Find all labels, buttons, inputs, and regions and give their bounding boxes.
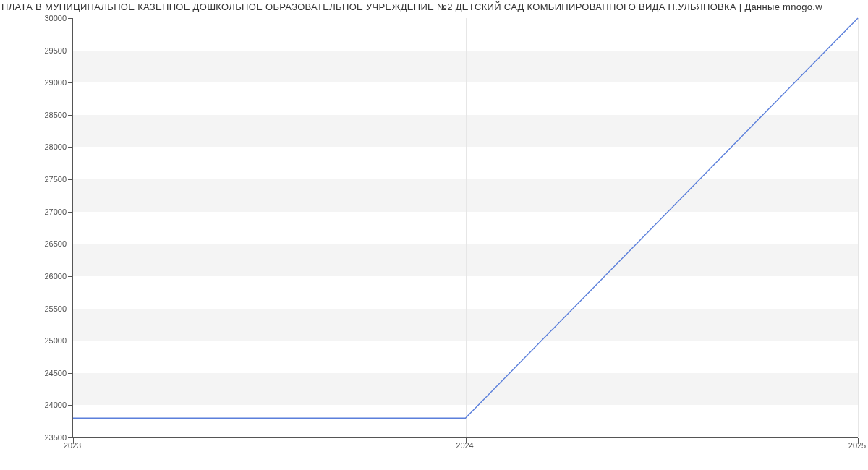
y-tick [68, 82, 72, 83]
x-gridline [858, 18, 859, 437]
y-tick [68, 276, 72, 277]
chart-title: ПЛАТА В МУНИЦИПАЛЬНОЕ КАЗЕННОЕ ДОШКОЛЬНО… [0, 1, 868, 12]
y-tick [68, 18, 72, 19]
chart-container: ПЛАТА В МУНИЦИПАЛЬНОЕ КАЗЕННОЕ ДОШКОЛЬНО… [0, 0, 868, 470]
y-tick [68, 309, 72, 309]
y-tick-label: 29000 [9, 78, 67, 87]
y-tick-label: 26000 [9, 272, 67, 281]
y-tick [68, 147, 72, 148]
y-tick-label: 25500 [9, 304, 67, 313]
line-series [73, 18, 858, 437]
y-tick-label: 28500 [9, 111, 67, 119]
y-tick [68, 341, 72, 341]
data-line [73, 18, 858, 418]
x-tick-label: 2025 [848, 441, 866, 450]
y-tick-label: 27000 [9, 208, 67, 216]
y-tick-label: 26500 [9, 239, 67, 248]
y-tick [68, 212, 72, 213]
x-tick-label: 2023 [64, 441, 81, 450]
y-tick [68, 179, 72, 180]
y-tick [68, 437, 72, 438]
y-tick [68, 244, 72, 244]
y-tick-label: 29500 [9, 46, 67, 55]
plot-area [72, 18, 858, 438]
y-tick-label: 30000 [9, 14, 67, 22]
y-tick-label: 25000 [9, 336, 67, 345]
y-tick [68, 51, 72, 51]
y-tick-label: 27500 [9, 175, 67, 184]
y-tick [68, 373, 72, 374]
y-tick-label: 24500 [9, 369, 67, 377]
y-tick-label: 24000 [9, 401, 67, 409]
y-tick-label: 28000 [9, 142, 67, 151]
y-tick [68, 405, 72, 406]
y-tick-label: 23500 [9, 433, 67, 442]
y-tick [68, 115, 72, 116]
x-tick-label: 2024 [456, 441, 473, 450]
